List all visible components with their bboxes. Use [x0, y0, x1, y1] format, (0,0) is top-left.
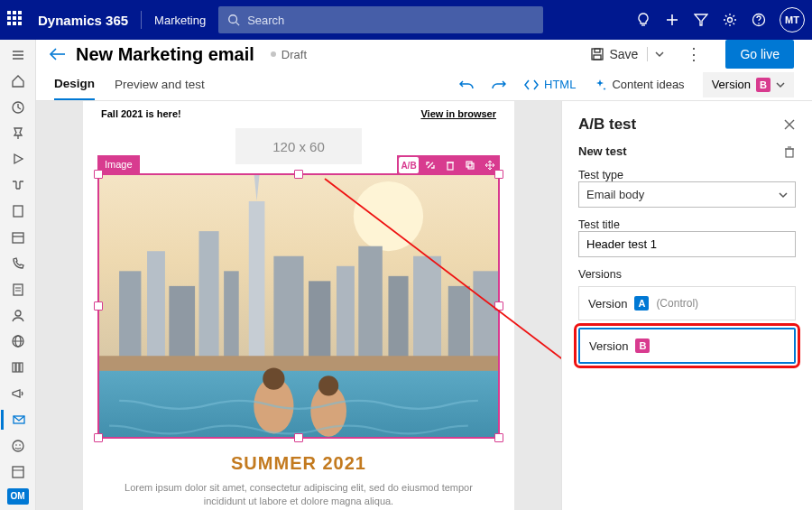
svg-point-66	[318, 376, 338, 395]
golive-button[interactable]: Go live	[725, 40, 794, 69]
filter-icon[interactable]	[693, 13, 709, 27]
mail-icon[interactable]	[1, 410, 35, 430]
globe-icon[interactable]	[1, 331, 35, 351]
code-icon	[524, 79, 539, 91]
version-b-row[interactable]: Version B	[578, 328, 796, 364]
svg-rect-26	[16, 363, 19, 372]
test-title-input[interactable]	[578, 231, 796, 257]
page-icon[interactable]	[1, 201, 35, 221]
control-label: (Control)	[656, 297, 698, 310]
version-b-label: Version	[589, 339, 628, 353]
content-ideas-button[interactable]: Content ideas	[594, 78, 684, 91]
hamburger-icon[interactable]	[1, 45, 35, 65]
person-icon[interactable]	[1, 306, 35, 326]
chevron-down-icon	[779, 190, 788, 199]
svg-rect-46	[119, 271, 141, 360]
back-button[interactable]	[49, 47, 67, 61]
svg-rect-59	[448, 286, 470, 361]
svg-point-29	[13, 440, 23, 451]
clone-icon[interactable]	[460, 155, 480, 175]
html-label: HTML	[544, 78, 576, 91]
search-input[interactable]: Search	[218, 6, 543, 33]
svg-rect-48	[169, 286, 195, 361]
megaphone-icon[interactable]	[1, 384, 35, 403]
svg-rect-37	[594, 55, 601, 60]
svg-rect-42	[466, 162, 472, 167]
svg-rect-43	[468, 163, 474, 169]
svg-rect-51	[249, 201, 265, 361]
delete-icon[interactable]	[440, 155, 460, 175]
home-icon[interactable]	[1, 71, 35, 91]
svg-marker-5	[695, 14, 707, 25]
save-button[interactable]: Save	[586, 43, 642, 65]
plus-icon[interactable]	[664, 13, 680, 27]
library-icon[interactable]	[1, 357, 35, 377]
test-title-label: Test title	[578, 218, 796, 231]
svg-point-64	[263, 368, 284, 390]
image-block-selected[interactable]: Image A/B	[97, 173, 500, 439]
more-menu[interactable]: ⋮	[677, 41, 711, 68]
logo-placeholder[interactable]: 120 x 60	[235, 128, 362, 164]
om-badge[interactable]: OM	[7, 488, 29, 505]
emoji-icon[interactable]	[1, 436, 35, 456]
svg-point-31	[19, 444, 21, 446]
clock-icon[interactable]	[1, 97, 35, 117]
email-canvas[interactable]: Fall 2021 is here! View in browser 120 x…	[83, 101, 514, 510]
sparkle-icon	[594, 79, 606, 91]
svg-rect-49	[199, 231, 219, 361]
avatar[interactable]: MT	[780, 7, 805, 32]
save-dropdown[interactable]	[647, 47, 671, 61]
svg-rect-27	[20, 363, 23, 372]
headline[interactable]: SUMMER 2021	[97, 453, 500, 474]
svg-marker-14	[14, 154, 23, 163]
close-icon[interactable]	[783, 118, 796, 131]
svg-rect-60	[473, 271, 498, 360]
panel-title: A/B test	[578, 116, 636, 134]
search-placeholder: Search	[247, 14, 284, 27]
version-selector[interactable]: Version B	[703, 72, 794, 97]
calendar-icon[interactable]	[1, 227, 35, 247]
svg-rect-56	[358, 246, 383, 361]
test-type-select[interactable]: Email body	[578, 181, 796, 208]
lightbulb-icon[interactable]	[635, 13, 651, 27]
svg-rect-40	[448, 162, 453, 170]
play-icon[interactable]	[1, 149, 35, 169]
phone-icon[interactable]	[1, 254, 35, 274]
svg-rect-69	[786, 149, 793, 157]
tab-preview[interactable]: Preview and test	[115, 70, 205, 99]
svg-point-8	[758, 23, 760, 24]
version-a-row[interactable]: Version A (Control)	[578, 286, 796, 320]
svg-point-21	[15, 311, 21, 316]
chevron-down-icon	[776, 80, 785, 89]
html-button[interactable]: HTML	[524, 78, 576, 91]
version-a-badge: A	[634, 296, 649, 311]
hero-image	[99, 175, 498, 437]
test-type-label: Test type	[578, 169, 796, 181]
svg-rect-57	[388, 276, 408, 361]
gear-icon[interactable]	[722, 13, 738, 27]
block-type-label: Image	[97, 155, 140, 173]
svg-point-30	[15, 444, 17, 446]
search-icon	[227, 14, 240, 26]
svg-rect-58	[413, 256, 441, 361]
link-icon[interactable]	[420, 155, 440, 175]
journey-icon[interactable]	[1, 175, 35, 195]
content-ideas-label: Content ideas	[612, 78, 684, 91]
ab-test-chip[interactable]: A/B	[399, 157, 419, 173]
svg-rect-47	[147, 251, 165, 361]
svg-rect-25	[13, 363, 15, 372]
svg-point-0	[229, 15, 237, 23]
body-text[interactable]: Lorem ipsum dolor sit amet, consectetur …	[97, 474, 500, 510]
app-launcher-icon[interactable]	[7, 11, 25, 29]
form-icon[interactable]	[1, 280, 35, 300]
undo-button[interactable]	[459, 78, 474, 92]
template-icon[interactable]	[1, 462, 35, 482]
divider	[141, 11, 142, 29]
version-badge: B	[756, 78, 770, 92]
redo-button[interactable]	[492, 78, 506, 92]
tab-design[interactable]: Design	[54, 69, 95, 100]
view-in-browser-link[interactable]: View in browser	[420, 108, 496, 119]
delete-test-icon[interactable]	[783, 145, 796, 158]
help-icon[interactable]	[751, 13, 767, 27]
pin-icon[interactable]	[1, 124, 35, 144]
